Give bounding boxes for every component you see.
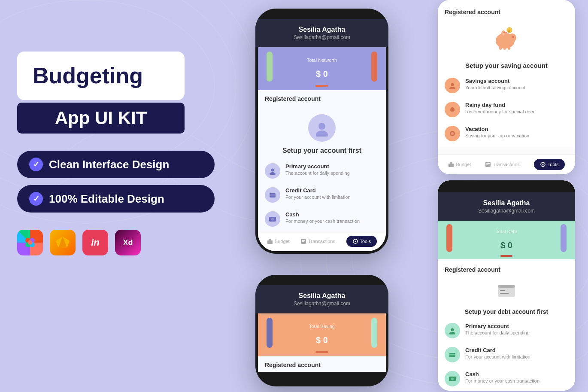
nav-budget-main[interactable]: Budget	[267, 238, 290, 244]
card-tab-main	[315, 85, 328, 87]
title-appuikit: App UI KIT	[17, 103, 185, 134]
account-name-credit: Credit Card	[285, 187, 351, 194]
svg-rect-52	[500, 290, 505, 291]
savings-desc: Your default savings account	[465, 85, 525, 90]
invision-icon: in	[82, 230, 108, 255]
svg-point-16	[270, 172, 276, 175]
savings-icon	[445, 78, 460, 93]
account-icon-primary	[265, 163, 280, 179]
rainy-icon	[445, 102, 460, 117]
balance-symbol-main: $	[316, 69, 323, 79]
card-tab-debt	[500, 255, 512, 257]
balance-amount-main: $ 0	[307, 64, 337, 80]
bottom-nav-main: Budget Transactions Tools	[258, 231, 386, 251]
mini-notch-bottom	[491, 184, 521, 191]
debt-credit-icon	[445, 347, 460, 362]
right-top-vacation: Vacation Saving for your trip or vacatio…	[438, 122, 575, 146]
account-icon-cash	[265, 211, 280, 227]
svg-rect-35	[508, 46, 510, 50]
svg-rect-51	[498, 285, 515, 288]
right-top-rainy: Rainy day fund Reserved money for specia…	[438, 97, 575, 122]
account-icon-credit	[265, 187, 280, 203]
right-top-setup-title: Setup your saving account	[438, 62, 575, 73]
phone-saving: Sesilia Agatha Sesillagatha@gmail.com To…	[255, 275, 388, 386]
svg-point-40	[449, 87, 455, 89]
user-name-debt: Sesilia Agatha	[445, 199, 568, 207]
user-header-saving: Sesilia Agatha Sesillagatha@gmail.com	[255, 285, 388, 313]
nav-tools-main[interactable]: Tools	[346, 236, 377, 247]
avatar-setup-main: Setup your account first	[258, 106, 386, 159]
figma-icon	[17, 230, 43, 255]
debt-cash-icon	[445, 371, 460, 386]
right-top-nav: Budget Transactions Tools	[438, 154, 575, 174]
saving-card: Registered account $	[438, 0, 575, 174]
piggy-icon: $	[491, 26, 521, 52]
feature-badge-1: ✓ Clean Interface Design	[17, 151, 215, 178]
svg-point-27	[355, 241, 356, 242]
check-icon-2: ✓	[29, 192, 43, 206]
svg-point-55	[449, 332, 455, 334]
svg-rect-22	[269, 239, 271, 240]
title-budgeting: Budgeting	[33, 64, 169, 88]
balance-label-saving: Total Saving	[309, 324, 335, 329]
vacation-name: Vacation	[465, 126, 529, 132]
xd-icon: Xd	[115, 230, 141, 255]
svg-rect-23	[301, 239, 306, 244]
debt-icon	[496, 282, 517, 299]
title-box: Budgeting App UI KIT	[17, 52, 249, 134]
right-bottom-panel: Sesilia Agatha Sesillagatha@gmail.com To…	[438, 180, 575, 391]
svg-rect-53	[500, 293, 509, 294]
account-info-credit: Credit Card For your account with limita…	[285, 187, 351, 200]
svg-rect-34	[503, 46, 506, 50]
setup-title-main: Setup your account first	[258, 147, 386, 155]
svg-point-14	[316, 131, 328, 137]
svg-point-54	[451, 328, 454, 331]
right-top-savings: Savings account Your default savings acc…	[438, 73, 575, 97]
rainy-desc: Reserved money for special need	[465, 109, 536, 114]
account-name-cash: Cash	[285, 211, 360, 218]
user-email-saving: Sesillagatha@gmail.com	[262, 301, 382, 307]
vacation-icon	[445, 126, 460, 141]
registered-title-debt: Registered account	[438, 261, 575, 277]
balance-amount-saving: $ 0	[309, 331, 335, 346]
debt-credit: Credit Card For your account with limita…	[438, 343, 575, 367]
feature-label-1: Clean Interface Design	[49, 158, 169, 171]
phone-notch-saving	[296, 275, 348, 285]
card-tab-saving	[315, 351, 328, 353]
right-top-nav-trans[interactable]: Transactions	[485, 161, 520, 167]
right-top-registered: Registered account	[445, 3, 568, 19]
right-top-nav-tools[interactable]: Tools	[534, 159, 565, 170]
rainy-name: Rainy day fund	[465, 102, 536, 108]
svg-rect-45	[485, 162, 491, 167]
nav-transactions-main[interactable]: Transactions	[300, 238, 335, 244]
debt-setup-title: Setup your debt account first	[438, 308, 575, 319]
svg-rect-43	[449, 164, 454, 167]
svg-point-15	[271, 169, 274, 172]
account-name-primary: Primary account	[285, 163, 350, 170]
phone-screen-main: Total Networth $ 0 Registered account Se…	[258, 47, 386, 251]
svg-point-20	[271, 218, 274, 221]
phone-top-bar-bottom	[438, 180, 575, 192]
svg-point-49	[542, 164, 543, 165]
phone-notch-main	[296, 9, 348, 19]
svg-text:$: $	[508, 29, 510, 33]
balance-amount-debt: $ 0	[496, 236, 517, 252]
account-item-primary: Primary account The account for daily sp…	[258, 159, 386, 183]
registered-title-saving: Registered account	[258, 356, 386, 372]
user-name-main: Sesilia Agatha	[262, 26, 382, 33]
sketch-icon	[50, 230, 76, 255]
right-top-nav-budget[interactable]: Budget	[448, 161, 471, 167]
debt-credit-name: Credit Card	[465, 347, 530, 353]
debt-primary-name: Primary account	[465, 323, 530, 329]
check-icon-1: ✓	[29, 158, 43, 171]
svg-point-39	[451, 83, 454, 86]
svg-point-30	[512, 36, 514, 38]
savings-name: Savings account	[465, 78, 525, 84]
svg-rect-44	[450, 162, 452, 164]
user-email-main: Sesillagatha@gmail.com	[262, 34, 382, 40]
phone-main: Sesilia Agatha Sesillagatha@gmail.com To…	[255, 9, 388, 254]
svg-rect-18	[270, 194, 276, 196]
svg-point-13	[318, 123, 325, 130]
svg-rect-36	[503, 32, 507, 33]
account-desc-primary: The account for daily spending	[285, 170, 350, 176]
